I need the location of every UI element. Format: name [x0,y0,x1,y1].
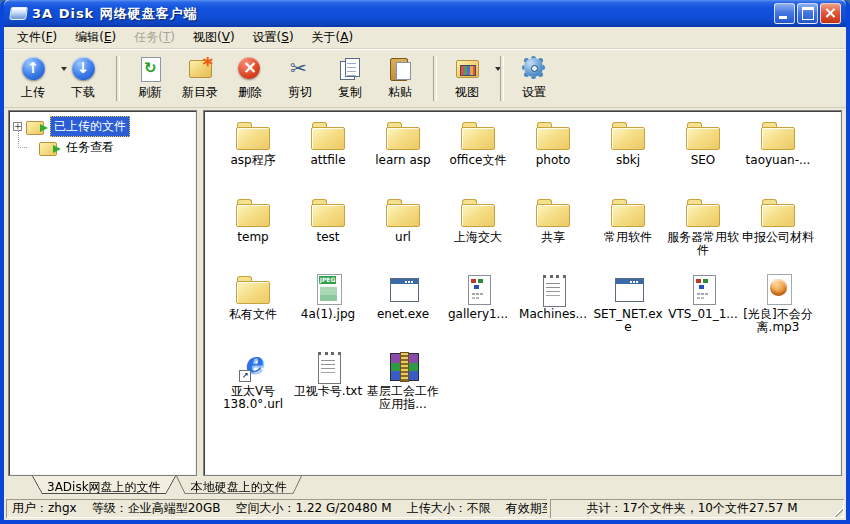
bottom-tab[interactable]: 本地硬盘上的文件 [176,476,302,497]
file-item-label: 卫视卡号.txt [291,385,365,398]
status-segment: 有效期至：2009-05-29 [506,500,547,517]
file-item-label: Machines... [516,308,590,321]
file-item[interactable]: enet.exe [366,271,440,348]
toolbar-button-label: 粘贴 [388,84,412,101]
file-item[interactable]: temp [216,194,290,271]
close-button[interactable] [820,3,841,24]
file-item[interactable]: 服务器常用软件 [666,194,740,271]
file-item-label: 私有文件 [216,308,290,321]
folder-icon [233,119,273,152]
status-bar: 用户：zhgx 等级：企业高端型20GB 空间大小：1.22 G/20480 M… [4,497,846,520]
file-item[interactable]: 上海交大 [441,194,515,271]
toolbar-button-label: 新目录 [182,84,218,101]
file-item[interactable]: attfile [291,117,365,194]
file-item-label: 基层工会工作应用指... [366,385,440,411]
toolbar-button[interactable]: 上传 [8,52,58,105]
cut-icon [287,56,313,81]
menu-item[interactable]: 任务(T) [125,26,184,49]
download-icon [72,57,95,80]
file-item[interactable]: Machines... [516,271,590,348]
file-item[interactable]: 私有文件 [216,271,290,348]
file-item-label: 服务器常用软件 [666,231,740,257]
file-item[interactable]: photo [516,117,590,194]
folder-icon [683,119,723,152]
file-item[interactable]: 常用软件 [591,194,665,271]
menu-item[interactable]: 设置(S) [244,26,303,49]
file-item-label: [光良]不会分离.mp3 [741,308,815,334]
tree-item[interactable]: + 已上传的文件 [13,116,194,137]
folder-icon [683,196,723,229]
toolbar-button-label: 视图 [455,84,479,101]
file-item-label: url [366,231,440,244]
file-list-panel: asp程序 attfile learn asp office文件 photo s… [203,110,842,476]
toolbar-button[interactable]: 设置 [509,52,559,105]
file-item[interactable]: learn asp [366,117,440,194]
file-item[interactable]: 4a(1).jpg [291,271,365,348]
toolbar-button[interactable]: 粘贴 [375,52,425,105]
menu-item[interactable]: 文件(F) [8,26,66,49]
file-item[interactable]: 基层工会工作应用指... [366,348,440,425]
tree-item[interactable]: 任务查看 [13,137,194,158]
toolbar-button[interactable]: 下载 [58,52,108,105]
file-grid: asp程序 attfile learn asp office文件 photo s… [204,111,841,425]
folder-icon [308,196,348,229]
toolbar-button[interactable]: 视图 [442,52,492,105]
window-title: 3A Disk 网络硬盘客户端 [32,5,772,23]
file-item[interactable]: 卫视卡号.txt [291,348,365,425]
folder-icon [533,119,573,152]
app-window: 3A Disk 网络硬盘客户端 文件(F) 编辑(E) 任务(T) 视图(V) … [0,0,850,524]
uploaded-files-folder-icon [26,119,46,135]
file-item[interactable]: test [291,194,365,271]
file-item[interactable]: url [366,194,440,271]
file-item[interactable]: 共享 [516,194,590,271]
task-view-folder-icon [39,140,59,156]
menu-item[interactable]: 关于(A) [303,26,363,49]
file-item[interactable]: VTS_01_1... [666,271,740,348]
toolbar-button[interactable]: 删除 [225,52,275,105]
menu-item[interactable]: 视图(V) [184,26,244,49]
html-document-icon [683,273,723,306]
toolbar-button[interactable]: 复制 [325,52,375,105]
file-item-label: office文件 [441,154,515,167]
text-document-icon [308,350,348,383]
toolbar-button-label: 上传 [21,84,45,101]
file-item-label: sbkj [591,154,665,167]
resize-grip-icon[interactable] [830,504,843,517]
folder-icon [233,273,273,306]
file-item[interactable]: office文件 [441,117,515,194]
file-item[interactable]: 申报公司材料 [741,194,815,271]
toolbar-button-label: 下载 [71,84,95,101]
expand-toggle-icon[interactable]: + [13,122,22,131]
disk-icon [9,7,28,20]
file-item[interactable]: [光良]不会分离.mp3 [741,271,815,348]
file-item[interactable]: taoyuan-... [741,117,815,194]
file-item[interactable]: gallery1... [441,271,515,348]
folder-icon [533,196,573,229]
file-item-label: enet.exe [366,308,440,321]
audio-file-icon [758,273,798,306]
status-segment: 用户：zhgx [12,500,77,517]
file-item-label: test [291,231,365,244]
maximize-button[interactable] [797,3,818,24]
bottom-tab-bar: 3ADisk网盘上的文件 本地硬盘上的文件 [4,476,846,497]
folder-icon [758,119,798,152]
folder-icon [458,196,498,229]
menu-item[interactable]: 编辑(E) [66,26,125,49]
file-item[interactable]: asp程序 [216,117,290,194]
file-item[interactable]: sbkj [591,117,665,194]
html-document-icon [458,273,498,306]
folder-tree-panel: + 已上传的文件 任务查看 [8,110,197,476]
file-item[interactable]: 亚太V号138.0°.url [216,348,290,425]
file-item-label: SET_NET.exe [591,308,665,334]
file-item-label: SEO [666,154,740,167]
toolbar-button[interactable]: 刷新 [125,52,175,105]
toolbar-button[interactable]: 新目录 [175,52,225,105]
file-item[interactable]: SEO [666,117,740,194]
new-folder-icon [187,56,213,81]
bottom-tab[interactable]: 3ADisk网盘上的文件 [32,476,176,497]
minimize-button[interactable] [774,3,795,24]
file-item[interactable]: SET_NET.exe [591,271,665,348]
toolbar-button[interactable]: 剪切 [275,52,325,105]
file-item-label: taoyuan-... [741,154,815,167]
status-summary: 共计：17个文件夹，10个文件27.57 M [550,499,844,518]
